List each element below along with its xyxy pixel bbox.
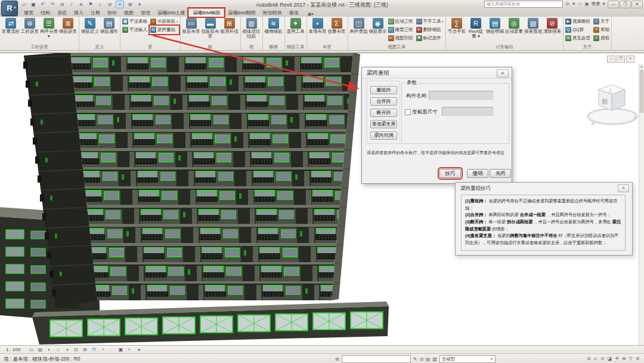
tips-close-icon[interactable]: ✕ <box>618 184 629 192</box>
tab-结构[interactable]: 结构 <box>37 9 54 17</box>
tab-系统[interactable]: 系统 <box>54 9 70 17</box>
close-dialog-button[interactable]: 关闭 <box>490 169 511 178</box>
ribbon-item-region-query[interactable]: ◎区域查量 <box>505 18 523 34</box>
minimize-button[interactable]: — <box>608 1 619 8</box>
crop-view-icon[interactable]: ⊡ <box>72 346 79 353</box>
dialog-close-icon[interactable]: ✕ <box>497 69 509 78</box>
select-by-face-icon[interactable]: ◪ <box>608 356 612 361</box>
caret-icon[interactable]: ▾ <box>603 1 605 7</box>
ribbon-item-general-tools[interactable]: ✦通用工具 <box>287 18 305 34</box>
tab-插入[interactable]: 插入 <box>70 9 87 17</box>
ribbon-item-region-3d[interactable]: ◱区域三维 <box>388 18 413 25</box>
undo-button[interactable]: 撤销 <box>467 169 488 178</box>
tab-晨曦BIM翻模[interactable]: 晨曦BIM翻模 <box>224 9 259 17</box>
section-icon[interactable]: ⊘ <box>106 1 113 8</box>
snaps-icon[interactable]: ⊕ <box>622 356 626 361</box>
ribbon-item-component-visibility[interactable]: ◫构件显隐 <box>350 18 368 34</box>
visual-style-icon[interactable]: ◐ <box>45 346 52 353</box>
ribbon-item-help[interactable]: ?帮助 <box>593 26 609 33</box>
ribbon-item-license[interactable]: ✓授权 <box>593 35 609 42</box>
workset-select[interactable] <box>342 355 411 363</box>
tab-协作[interactable]: 协作 <box>104 9 120 17</box>
ribbon-item-about[interactable]: i关于 <box>593 18 609 25</box>
application-menu-button[interactable]: R▼ <box>1 1 18 16</box>
ribbon-item-qq-group[interactable]: QQQ群 <box>565 26 590 33</box>
ribbon-item-single-place[interactable]: ▪单项布置 <box>309 18 327 34</box>
user-icon[interactable]: ◉ <box>585 1 589 7</box>
editing-requests-icon[interactable]: ✎ <box>413 356 417 362</box>
swap-span-button[interactable]: 梁跨对调 <box>370 131 397 140</box>
edit-beam-support-button[interactable]: 查改梁支座 <box>370 120 397 128</box>
ribbon-item-stair-rebar[interactable]: ≋楼梯钢筋 <box>265 18 283 34</box>
ribbon-display-toggle-icon[interactable]: ▣▾ <box>306 12 315 17</box>
merge-span-button[interactable]: 合并跨 <box>370 97 397 106</box>
tag-icon[interactable]: ⚑ <box>87 1 94 8</box>
show-crop-icon[interactable]: ⊞ <box>81 346 88 353</box>
view-scale[interactable]: 1 : 100 <box>6 347 20 352</box>
design-options-icon[interactable]: ▥ <box>432 356 437 362</box>
ribbon-item-project-settings[interactable]: ⊛工程设置 <box>21 18 39 34</box>
design-option-select[interactable]: 主模型▼ <box>439 355 496 363</box>
vertical-scrollbar[interactable]: ▲ <box>639 64 644 345</box>
ribbon-item-hole-strengthen[interactable]: ⊞板洞补强 <box>221 18 239 34</box>
select-links-icon[interactable]: ⊘ <box>587 356 591 361</box>
tab-修改[interactable]: 修改 <box>286 9 302 17</box>
save-icon[interactable]: ▣ <box>30 1 37 8</box>
search-binoculars-icon[interactable]: ⊙ <box>565 1 569 7</box>
ribbon-item-pingfa-input[interactable]: ≡平法输入 <box>122 26 147 33</box>
ribbon-item-batch-place[interactable]: Σ批量布置 <box>328 18 346 34</box>
detail-level-icon[interactable]: ▤ <box>36 346 44 353</box>
tips-button[interactable]: 技巧 <box>439 169 461 178</box>
ribbon-item-quantity-workflow[interactable]: ⇄算量流程 <box>2 18 20 34</box>
ribbon-item-revit-quantity[interactable]: RRevit提量 ▾ <box>467 18 485 39</box>
viewcube-label[interactable]: 东 <box>633 115 637 119</box>
scale-value-icon[interactable]: ▭ <box>27 346 35 353</box>
select-pinned-icon[interactable]: ⊙ <box>600 356 605 361</box>
ribbon-item-rebar-define[interactable]: ✎钢筋定义 <box>81 18 99 34</box>
ribbon-item-mark-items[interactable]: ⚑标记选件 <box>416 35 444 42</box>
ribbon-item-delete-rebar[interactable]: ✕删除钢筋 <box>416 26 444 33</box>
maximize-button[interactable]: ❐ <box>620 1 631 8</box>
ribbon-item-beam-span-regroup[interactable]: ⇆梁跨重组 <box>150 26 178 33</box>
ribbon-item-rebar-settings[interactable]: ≣钢筋设置 <box>59 18 77 34</box>
ribbon-item-view-cut[interactable]: ✂视图剖切 <box>388 35 413 42</box>
ribbon-item-rebar-display[interactable]: ◉钢筋显示 <box>369 18 387 34</box>
favorites-star-icon[interactable]: ☆ <box>578 1 582 7</box>
shadows-icon[interactable]: ◑ <box>63 346 70 353</box>
ribbon-item-component-classify[interactable]: ☰构件分类 ▾ <box>40 18 58 39</box>
reveal-hidden-icon[interactable]: ◌ <box>108 346 115 353</box>
isolate-icon[interactable]: ◔ <box>99 346 106 353</box>
tab-视图[interactable]: 视图 <box>120 9 137 17</box>
view-restore-icon[interactable]: ❐ <box>617 56 625 63</box>
view-close-icon[interactable]: ✕ <box>626 56 634 63</box>
ribbon-item-hanger-stirrup[interactable]: ∩吊筋箍筋▾ <box>150 18 178 25</box>
undo-icon[interactable]: ↶ <box>39 1 47 8</box>
ribbon-item-align-tools[interactable]: ⇔平齐工具▾ <box>416 18 444 25</box>
viewcube-label[interactable]: 前 <box>601 98 608 105</box>
sun-path-icon[interactable]: ☼ <box>54 346 61 353</box>
ribbon-item-clear-report[interactable]: ⊘清除报表 <box>543 18 561 34</box>
ribbon-item-rebar-props[interactable]: ▤钢筋属性 <box>100 18 118 34</box>
section-size-checkbox[interactable] <box>405 109 411 115</box>
view-minimize-icon[interactable]: ─ <box>607 56 615 63</box>
break-span-button[interactable]: 断开跨 <box>370 109 397 117</box>
open-icon[interactable]: ▱ <box>20 1 27 8</box>
collapse-arrow-icon[interactable]: ◂ <box>135 346 142 353</box>
lock-3d-icon[interactable]: ⊓ <box>90 346 97 353</box>
close-button[interactable]: ✕ <box>631 1 643 8</box>
regroup-span-button[interactable]: 重组跨 <box>370 86 397 94</box>
ribbon-item-raft-rebar[interactable]: ▬筏板筋布置 <box>202 18 219 39</box>
ribbon-item-video-tutorial[interactable]: ▶视频教程 <box>565 18 590 25</box>
drag-elements-icon[interactable]: ✛ <box>615 356 619 361</box>
ribbon-item-floor-3d[interactable]: ◰楼层三维 <box>388 26 413 33</box>
viewcube-label[interactable]: 上 <box>608 88 612 93</box>
text-icon[interactable]: A <box>78 1 85 8</box>
tab-附加模块[interactable]: 附加模块 <box>259 9 286 17</box>
scroll-up-icon[interactable]: ▲ <box>639 64 644 69</box>
ribbon-item-wall-tie-rebar[interactable]: ▥砌体墙拉结筋 <box>243 18 261 39</box>
redo-icon[interactable]: ↷ <box>49 1 56 8</box>
tab-晨曦BIM钢筋[interactable]: 晨曦BIM钢筋 <box>188 8 224 17</box>
workset-display-icon[interactable]: ▤ <box>426 356 431 362</box>
thin-lines-icon[interactable]: ≡ <box>116 1 124 8</box>
dialog-title-bar[interactable]: 梁跨重组 ✕ <box>362 67 512 79</box>
